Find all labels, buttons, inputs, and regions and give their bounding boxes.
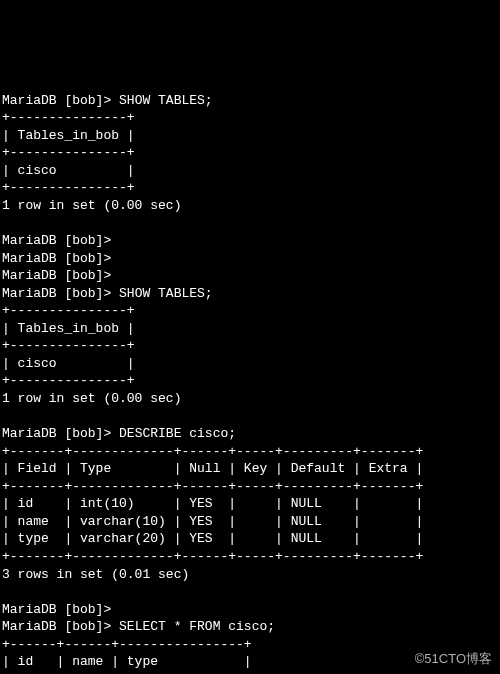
table-header: | Tables_in_bob | [2,128,135,143]
sql-prompt: MariaDB [bob]> [2,233,111,248]
table-ruler: +---------------+ [2,303,135,318]
prompt-line[interactable]: MariaDB [bob]> [2,233,111,248]
sql-prompt: MariaDB [bob]> [2,93,111,108]
prompt-line[interactable]: MariaDB [bob]> SELECT * FROM cisco; [2,619,275,634]
table-ruler: +-------+-------------+------+-----+----… [2,479,423,494]
sql-prompt: MariaDB [bob]> [2,426,111,441]
sql-command: SELECT * FROM cisco; [119,619,275,634]
sql-command: DESCRIBE cisco; [119,426,236,441]
table-ruler: +------+------+----------------+ [2,637,252,652]
table-ruler: +---------------+ [2,180,135,195]
sql-command: SHOW TABLES; [119,93,213,108]
result-summary: 1 row in set (0.00 sec) [2,198,181,213]
sql-prompt: MariaDB [bob]> [2,286,111,301]
table-row: | cisco | [2,163,135,178]
table-ruler: +-------+-------------+------+-----+----… [2,444,423,459]
watermark: ©51CTO博客 [415,650,492,668]
table-ruler: +---------------+ [2,338,135,353]
result-summary: 3 rows in set (0.01 sec) [2,567,189,582]
prompt-line[interactable]: MariaDB [bob]> [2,602,111,617]
sql-prompt: MariaDB [bob]> [2,619,111,634]
sql-command: SHOW TABLES; [119,286,213,301]
prompt-line[interactable]: MariaDB [bob]> SHOW TABLES; [2,93,213,108]
sql-prompt: MariaDB [bob]> [2,268,111,283]
prompt-line[interactable]: MariaDB [bob]> [2,251,111,266]
table-ruler: +---------------+ [2,373,135,388]
table-row: | type | varchar(20) | YES | | NULL | | [2,531,423,546]
table-ruler: +---------------+ [2,145,135,160]
sql-prompt: MariaDB [bob]> [2,251,111,266]
table-row: | cisco | [2,356,135,371]
table-ruler: +---------------+ [2,110,135,125]
prompt-line[interactable]: MariaDB [bob]> SHOW TABLES; [2,286,213,301]
result-summary: 1 row in set (0.00 sec) [2,391,181,406]
table-row: | name | varchar(10) | YES | | NULL | | [2,514,423,529]
table-row: | id | int(10) | YES | | NULL | | [2,496,423,511]
prompt-line[interactable]: MariaDB [bob]> DESCRIBE cisco; [2,426,236,441]
prompt-line[interactable]: MariaDB [bob]> [2,268,111,283]
table-ruler: +-------+-------------+------+-----+----… [2,549,423,564]
terminal-output: MariaDB [bob]> SHOW TABLES; +-----------… [2,74,498,674]
table-header: | Field | Type | Null | Key | Default | … [2,461,423,476]
sql-prompt: MariaDB [bob]> [2,602,111,617]
table-header: | id | name | type | [2,654,252,669]
table-header: | Tables_in_bob | [2,321,135,336]
